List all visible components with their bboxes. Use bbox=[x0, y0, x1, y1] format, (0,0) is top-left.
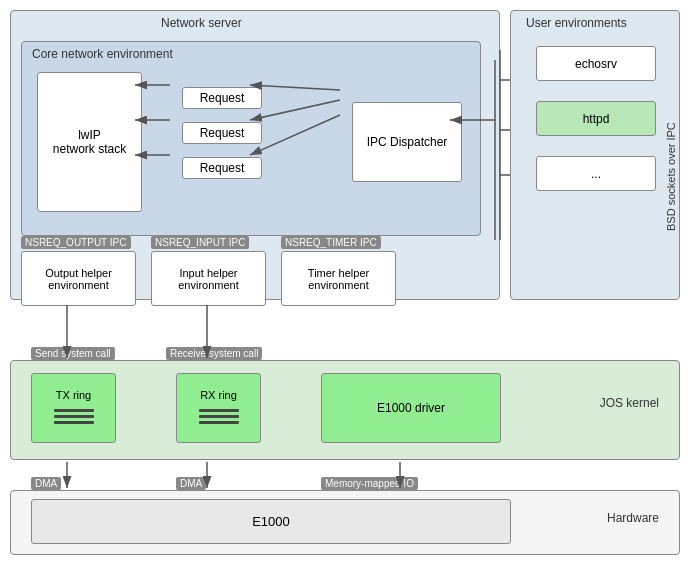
nsreq-timer-tag: NSREQ_TIMER IPC bbox=[281, 236, 381, 249]
diagram-container: Network server Core network environment … bbox=[0, 0, 690, 570]
request-box-1: Request bbox=[182, 87, 262, 109]
nsreq-output-tag: NSREQ_OUTPUT IPC bbox=[21, 236, 131, 249]
user-env-label: User environments bbox=[526, 16, 627, 30]
dots-box: ... bbox=[536, 156, 656, 191]
network-server-label: Network server bbox=[161, 16, 242, 30]
lwip-box: lwIP network stack bbox=[37, 72, 142, 212]
core-network-box: Core network environment lwIP network st… bbox=[21, 41, 481, 236]
rx-ring-label: RX ring bbox=[195, 389, 243, 401]
network-server-box: Network server Core network environment … bbox=[10, 10, 500, 300]
mmio-label: Memory-mapped IO bbox=[321, 477, 418, 490]
dma2-label: DMA bbox=[176, 477, 206, 490]
ipc-dispatcher-box: IPC Dispatcher bbox=[352, 102, 462, 182]
input-helper-label: Input helper environment bbox=[178, 267, 239, 291]
request-box-2: Request bbox=[182, 122, 262, 144]
receive-syscall-label: Receive system call bbox=[166, 347, 262, 360]
nsreq-input-tag: NSREQ_INPUT IPC bbox=[151, 236, 249, 249]
user-env-box: User environments echosrv httpd ... BSD … bbox=[510, 10, 680, 300]
timer-helper-label: Timer helper environment bbox=[308, 267, 369, 291]
tx-ring-label: TX ring bbox=[50, 389, 98, 401]
request-box-3: Request bbox=[182, 157, 262, 179]
echosrv-box: echosrv bbox=[536, 46, 656, 81]
bsd-sockets-label: BSD sockets over IPC bbox=[665, 41, 677, 231]
jos-kernel-label: JOS kernel bbox=[600, 396, 659, 410]
httpd-box: httpd bbox=[536, 101, 656, 136]
lwip-line1: lwIP bbox=[53, 128, 126, 142]
kernel-box: Send system call Receive system call TX … bbox=[10, 360, 680, 460]
e1000-driver-box: E1000 driver bbox=[321, 373, 501, 443]
output-helper-label: Output helper environment bbox=[45, 267, 112, 291]
lwip-line2: network stack bbox=[53, 142, 126, 156]
tx-ring-box: TX ring bbox=[31, 373, 116, 443]
core-network-label: Core network environment bbox=[32, 47, 173, 61]
e1000-hw-box: E1000 bbox=[31, 499, 511, 544]
output-helper-box: Output helper environment bbox=[21, 251, 136, 306]
hardware-box: DMA DMA Memory-mapped IO E1000 Hardware bbox=[10, 490, 680, 555]
timer-helper-box: Timer helper environment bbox=[281, 251, 396, 306]
send-syscall-label: Send system call bbox=[31, 347, 115, 360]
input-helper-box: Input helper environment bbox=[151, 251, 266, 306]
hardware-label: Hardware bbox=[607, 511, 659, 525]
dma1-label: DMA bbox=[31, 477, 61, 490]
rx-ring-box: RX ring bbox=[176, 373, 261, 443]
